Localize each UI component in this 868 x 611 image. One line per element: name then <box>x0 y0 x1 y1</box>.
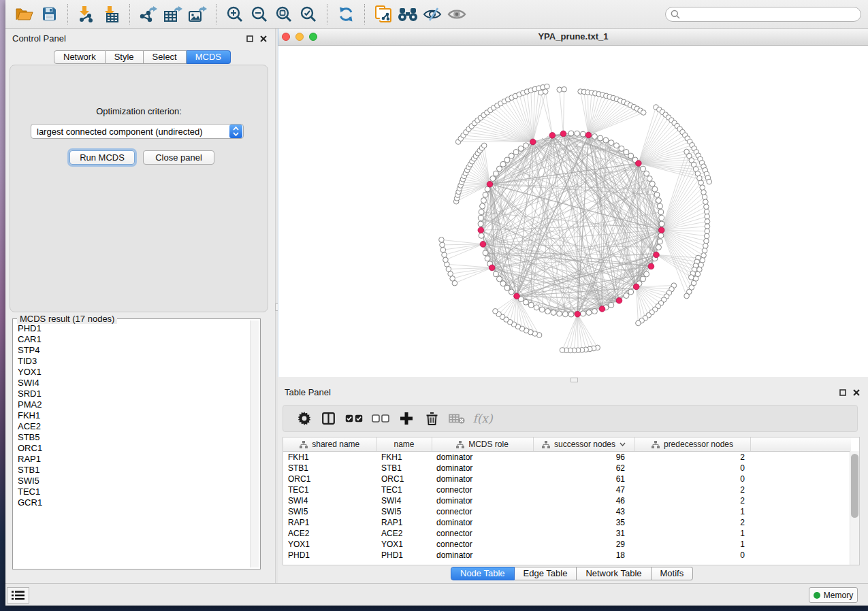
tab-style[interactable]: Style <box>106 50 144 64</box>
network-canvas[interactable] <box>278 46 868 377</box>
tab-mcds[interactable]: MCDS <box>187 50 231 64</box>
mcds-result-item[interactable]: SRD1 <box>18 389 249 399</box>
sort-desc-icon <box>620 442 626 446</box>
optimization-criterion-label: Optimization criterion: <box>10 106 268 116</box>
mcds-result-item[interactable]: STB1 <box>18 465 249 476</box>
float-table-panel-button[interactable] <box>838 388 848 397</box>
mcds-result-list[interactable]: PHD1CAR1STP4TID3YOX1SWI4SRD1PMA2FKH1ACE2… <box>13 320 249 567</box>
column-header-shared-name[interactable]: shared name <box>283 437 376 452</box>
delete-columns-button[interactable] <box>419 408 445 429</box>
node-table: shared name name MCDS role successor nod… <box>283 437 860 565</box>
float-panel-button[interactable] <box>245 34 255 44</box>
column-header-predecessor-nodes[interactable]: predecessor nodes <box>634 437 750 452</box>
deselect-all-button[interactable] <box>368 408 393 429</box>
import-table-button[interactable] <box>99 3 123 26</box>
tab-network[interactable]: Network <box>54 50 106 64</box>
zoom-in-button[interactable] <box>223 3 247 26</box>
mcds-result-item[interactable]: TID3 <box>18 356 249 367</box>
table-row[interactable]: TEC1TEC1connector472 <box>283 484 851 495</box>
open-file-button[interactable] <box>12 3 37 26</box>
mcds-result-item[interactable]: GCR1 <box>18 497 249 508</box>
table-row[interactable]: RAP1RAP1dominator352 <box>283 517 851 528</box>
show-graphics-details-button[interactable] <box>445 3 469 26</box>
close-table-panel-button[interactable] <box>852 388 861 397</box>
table-row[interactable]: STB1STB1dominator620 <box>283 463 851 474</box>
table-row[interactable]: YOX1YOX1connector291 <box>283 539 851 550</box>
mcds-result-item[interactable]: SWI4 <box>18 378 249 389</box>
float-icon <box>839 389 846 396</box>
tab-motifs[interactable]: Motifs <box>652 567 694 580</box>
import-network-button[interactable] <box>74 3 99 26</box>
show-columns-button[interactable] <box>316 408 340 429</box>
tab-network-table[interactable]: Network Table <box>577 567 651 580</box>
refresh-layout-button[interactable] <box>334 3 358 26</box>
table-settings-button[interactable] <box>293 408 316 429</box>
hide-graphics-details-button[interactable] <box>420 3 445 26</box>
close-panel-button-mcds[interactable]: Close panel <box>143 150 214 165</box>
search-input[interactable] <box>684 9 856 20</box>
optimization-select[interactable]: largest connected component (undirected) <box>31 124 244 139</box>
hierarchy-icon <box>652 441 660 448</box>
mcds-result-item[interactable]: TEC1 <box>18 486 249 497</box>
run-mcds-button[interactable]: Run MCDS <box>69 150 135 165</box>
hierarchy-icon <box>542 441 550 448</box>
export-network-button[interactable] <box>136 3 161 26</box>
mcds-result-item[interactable]: PMA2 <box>18 399 249 410</box>
mcds-list-scrollbar[interactable] <box>250 320 259 567</box>
search-network-button[interactable] <box>396 3 420 26</box>
zoom-out-button[interactable] <box>247 3 272 26</box>
network-search-box <box>665 7 861 22</box>
table-header-row: shared name name MCDS role successor nod… <box>283 437 851 452</box>
mcds-result-item[interactable]: STB5 <box>18 432 249 443</box>
control-panel: Control Panel Network Style Select MCDS … <box>5 29 275 584</box>
delete-table-button[interactable] <box>445 408 469 429</box>
mcds-result-item[interactable]: CAR1 <box>18 334 249 345</box>
select-all-button[interactable] <box>340 408 368 429</box>
save-session-button[interactable] <box>37 3 61 26</box>
horizontal-splitter[interactable] <box>278 377 868 382</box>
column-header-name[interactable]: name <box>376 437 432 452</box>
table-row[interactable]: ACE2ACE2connector311 <box>283 528 851 539</box>
mcds-result-item[interactable]: SWI5 <box>18 476 249 486</box>
mcds-result-item[interactable]: ORC1 <box>18 443 249 454</box>
add-column-button[interactable] <box>393 408 419 429</box>
tab-select[interactable]: Select <box>144 50 187 64</box>
export-image-button[interactable] <box>185 3 210 26</box>
memory-button[interactable]: Memory <box>809 587 858 603</box>
function-builder-button[interactable]: f(x) <box>469 408 496 429</box>
mcds-result-item[interactable]: STP4 <box>18 345 249 356</box>
table-panel-title: Table Panel <box>285 387 331 397</box>
eye-icon <box>447 7 466 22</box>
task-history-button[interactable] <box>7 587 29 604</box>
column-header-successor-nodes[interactable]: successor nodes <box>533 437 634 452</box>
refresh-icon <box>338 6 355 22</box>
mcds-result-item[interactable]: RAP1 <box>18 454 249 465</box>
table-scrollbar[interactable] <box>850 451 859 565</box>
mcds-result-item[interactable]: YOX1 <box>18 367 249 378</box>
close-panel-button[interactable] <box>259 34 268 44</box>
tab-node-table[interactable]: Node Table <box>451 567 515 580</box>
zoom-selected-button[interactable] <box>296 3 321 26</box>
tab-edge-table[interactable]: Edge Table <box>515 567 577 580</box>
table-row[interactable]: FKH1FKH1dominator962 <box>283 452 851 463</box>
table-row[interactable]: SWI4SWI4dominator462 <box>283 495 851 506</box>
select-stepper-icon <box>229 125 242 138</box>
network-graph[interactable] <box>278 46 868 377</box>
table-row[interactable]: ORC1ORC1dominator610 <box>283 474 851 484</box>
table-scrollbar-thumb[interactable] <box>851 454 858 518</box>
mcds-result-item[interactable]: ACE2 <box>18 421 249 432</box>
import-table-icon <box>102 6 120 22</box>
table-row[interactable]: SWI5SWI5connector431 <box>283 506 851 517</box>
column-header-mcds-role[interactable]: MCDS role <box>432 437 533 452</box>
export-table-button[interactable] <box>161 3 185 26</box>
network-window-titlebar[interactable]: YPA_prune.txt_1 <box>278 29 868 46</box>
mcds-result-item[interactable]: PHD1 <box>18 323 249 334</box>
clone-network-button[interactable] <box>371 3 396 26</box>
table-row[interactable]: PHD1PHD1dominator180 <box>283 550 851 561</box>
mcds-result-item[interactable]: FKH1 <box>18 410 249 421</box>
zoom-fit-button[interactable] <box>272 3 296 26</box>
splitter-grip[interactable] <box>570 378 578 382</box>
eye-slash-icon <box>423 6 442 22</box>
table-toolbar: f(x) <box>283 405 858 432</box>
zoom-in-icon <box>226 5 244 23</box>
